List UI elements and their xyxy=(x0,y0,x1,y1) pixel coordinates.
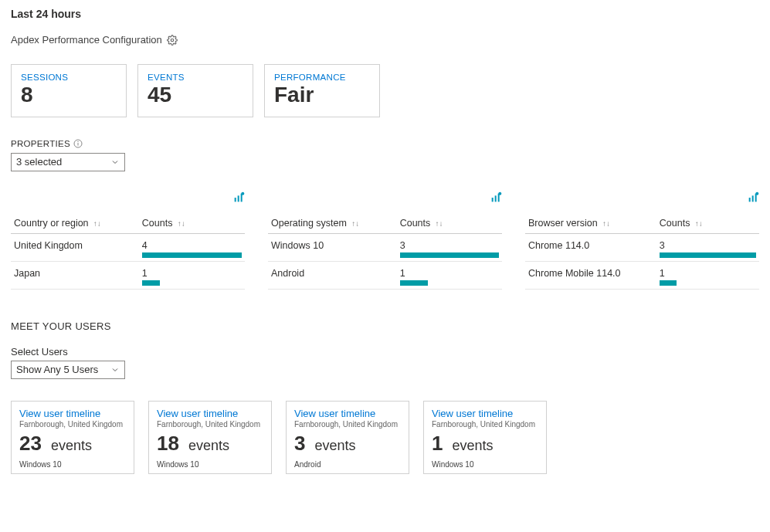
events-value: 45 xyxy=(148,83,243,107)
country-count-header[interactable]: Counts ↑↓ xyxy=(139,213,245,234)
sort-arrows-icon: ↑↓ xyxy=(693,219,703,228)
browser-count-header[interactable]: Counts ↑↓ xyxy=(656,213,759,234)
svg-rect-13 xyxy=(752,195,754,202)
country-name-header[interactable]: Country or region ↑↓ xyxy=(11,213,139,234)
count-value: 1 xyxy=(660,268,756,279)
user-location: Farnborough, United Kingdom xyxy=(432,420,538,429)
sort-arrows-icon: ↑↓ xyxy=(600,219,610,228)
user-os: Android xyxy=(294,460,401,469)
os-count-header[interactable]: Counts ↑↓ xyxy=(397,213,502,234)
country-name-header-text: Country or region xyxy=(14,218,89,229)
user-card[interactable]: View user timelineFarnborough, United Ki… xyxy=(11,401,134,474)
metric-row: SESSIONS 8 EVENTS 45 PERFORMANCE Fair xyxy=(11,64,759,117)
events-label: EVENTS xyxy=(148,73,243,82)
count-value: 4 xyxy=(142,240,242,251)
event-unit: events xyxy=(314,438,355,454)
count-bar xyxy=(142,280,160,286)
table-count-cell: 3 xyxy=(397,233,502,261)
os-count-header-text: Counts xyxy=(400,218,431,229)
table-row[interactable]: Japan1 xyxy=(11,261,245,289)
tables-row: Country or region ↑↓ Counts ↑↓ United Ki… xyxy=(11,213,759,290)
apdex-config-label: Apdex Performance Configuration xyxy=(11,34,162,46)
chart-pin-icon[interactable] xyxy=(747,191,759,204)
user-os: Windows 10 xyxy=(432,460,538,469)
meet-users-heading: MEET YOUR USERS xyxy=(11,320,759,332)
table-name-cell: Chrome 114.0 xyxy=(525,233,656,261)
table-row[interactable]: Chrome 114.03 xyxy=(525,233,759,261)
country-tbody: United Kingdom4Japan1 xyxy=(11,233,245,289)
user-cards-row: View user timelineFarnborough, United Ki… xyxy=(11,401,759,474)
sort-arrows-icon: ↑↓ xyxy=(91,219,101,228)
table-name-cell: Japan xyxy=(11,261,139,289)
view-timeline-link[interactable]: View user timeline xyxy=(157,408,238,419)
count-value: 1 xyxy=(142,268,242,279)
view-timeline-link[interactable]: View user timeline xyxy=(432,408,513,419)
user-location: Farnborough, United Kingdom xyxy=(157,420,263,429)
browser-table: Browser version ↑↓ Counts ↑↓ Chrome 114.… xyxy=(525,213,759,290)
select-users-dropdown[interactable]: Show Any 5 Users xyxy=(11,361,125,379)
browser-count-header-text: Counts xyxy=(660,218,690,229)
browser-name-header-text: Browser version xyxy=(528,218,598,229)
table-row[interactable]: Android1 xyxy=(268,261,502,289)
browser-tbody: Chrome 114.03Chrome Mobile 114.01 xyxy=(525,233,759,289)
chart-pin-icon[interactable] xyxy=(490,191,502,204)
info-icon[interactable] xyxy=(73,139,83,148)
table-row[interactable]: United Kingdom4 xyxy=(11,233,245,261)
table-count-cell: 1 xyxy=(397,261,502,289)
count-bar xyxy=(400,280,428,286)
event-unit: events xyxy=(51,438,92,454)
sort-arrows-icon: ↑↓ xyxy=(349,219,359,228)
properties-dropdown[interactable]: 3 selected xyxy=(11,153,125,171)
events-card[interactable]: EVENTS 45 xyxy=(137,64,253,117)
table-count-cell: 4 xyxy=(139,233,245,261)
performance-label: PERFORMANCE xyxy=(274,73,370,82)
count-value: 1 xyxy=(400,268,499,279)
select-users-value: Show Any 5 Users xyxy=(16,364,98,375)
chevron-down-icon xyxy=(110,365,120,374)
table-name-cell: Android xyxy=(268,261,397,289)
svg-rect-12 xyxy=(749,198,751,202)
table-name-cell: United Kingdom xyxy=(11,233,139,261)
user-os: Windows 10 xyxy=(157,460,263,469)
event-count-row: 23events xyxy=(19,432,126,456)
event-unit: events xyxy=(452,438,493,454)
view-timeline-link[interactable]: View user timeline xyxy=(19,408,100,419)
os-table: Operating system ↑↓ Counts ↑↓ Windows 10… xyxy=(268,213,502,290)
user-location: Farnborough, United Kingdom xyxy=(294,420,401,429)
count-value: 3 xyxy=(660,240,756,251)
table-name-cell: Chrome Mobile 114.0 xyxy=(525,261,656,289)
event-count: 3 xyxy=(294,432,305,456)
event-count: 18 xyxy=(157,432,179,456)
user-card[interactable]: View user timelineFarnborough, United Ki… xyxy=(286,401,409,474)
table-row[interactable]: Windows 103 xyxy=(268,233,502,261)
event-count-row: 18events xyxy=(157,432,263,456)
os-tbody: Windows 103Android1 xyxy=(268,233,502,289)
user-card[interactable]: View user timelineFarnborough, United Ki… xyxy=(148,401,272,474)
view-timeline-link[interactable]: View user timeline xyxy=(294,408,375,419)
os-name-header[interactable]: Operating system ↑↓ xyxy=(268,213,397,234)
user-location: Farnborough, United Kingdom xyxy=(19,420,126,429)
sessions-card[interactable]: SESSIONS 8 xyxy=(11,64,127,117)
time-range-title: Last 24 hours xyxy=(11,8,759,20)
browser-name-header[interactable]: Browser version ↑↓ xyxy=(525,213,656,234)
country-table: Country or region ↑↓ Counts ↑↓ United Ki… xyxy=(11,213,245,290)
performance-value: Fair xyxy=(274,83,370,107)
table-name-cell: Windows 10 xyxy=(268,233,397,261)
properties-text: PROPERTIES xyxy=(11,139,70,148)
chart-pin-icon[interactable] xyxy=(232,191,245,204)
sessions-label: SESSIONS xyxy=(21,73,117,82)
svg-rect-9 xyxy=(495,195,497,202)
svg-point-0 xyxy=(171,39,174,42)
table-count-cell: 1 xyxy=(139,261,245,289)
sessions-value: 8 xyxy=(21,83,117,107)
svg-point-3 xyxy=(78,141,79,142)
properties-dropdown-value: 3 selected xyxy=(16,156,62,168)
properties-section-label: PROPERTIES xyxy=(11,139,759,148)
performance-card[interactable]: PERFORMANCE Fair xyxy=(264,64,380,117)
count-bar xyxy=(142,252,242,258)
gear-icon[interactable] xyxy=(167,35,178,46)
table-row[interactable]: Chrome Mobile 114.01 xyxy=(525,261,759,289)
user-card[interactable]: View user timelineFarnborough, United Ki… xyxy=(423,401,547,474)
svg-rect-4 xyxy=(235,198,236,202)
chevron-down-icon xyxy=(110,158,120,167)
